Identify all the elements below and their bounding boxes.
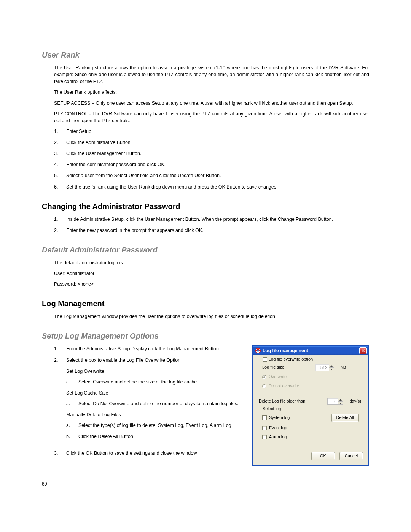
spin-down-icon[interactable] (338, 401, 343, 405)
list-item: 2.Enter the new password in the prompt t… (54, 227, 369, 234)
delete-older-label: Delete Log file older than (259, 398, 305, 404)
default-login-user: User: Administrator (54, 270, 369, 277)
list-item: 4.Enter the Administrator password and c… (54, 161, 369, 168)
dialog-titlebar[interactable]: Log file management ✕ (253, 346, 368, 355)
heading-log-management: Log Management (42, 298, 369, 309)
event-log-label: Event log (269, 425, 287, 431)
donot-overwrite-radio[interactable] (262, 384, 266, 388)
overwrite-option-checkbox[interactable] (263, 357, 267, 362)
list-item: 1.From the Administrative Setup Display … (54, 345, 245, 352)
days-spinner[interactable]: 0 (327, 398, 343, 405)
spin-up-icon[interactable] (338, 398, 343, 401)
days-value: 0 (328, 398, 338, 404)
heading-default-password: Default Administrator Password (42, 244, 369, 256)
label-set-overwrite: Set Log Overwrite (66, 368, 245, 375)
list-item: 2.Click the Administrative Button. (54, 139, 369, 146)
group-overwrite-label: Log file overwrite option (269, 356, 313, 363)
kb-label: KB (340, 364, 346, 371)
heading-setup-log: Setup Log Management Options (42, 331, 369, 342)
app-icon (255, 348, 261, 354)
spin-up-icon[interactable] (329, 364, 334, 367)
log-mgmt-desc: The Log Management window provides the u… (54, 313, 369, 320)
close-icon: ✕ (361, 348, 365, 354)
heading-user-rank: User Rank (42, 50, 369, 61)
log-file-management-dialog: Log file management ✕ Log file overwrite… (252, 345, 369, 466)
system-log-checkbox[interactable] (262, 415, 267, 420)
log-file-size-label: Log file size (262, 364, 284, 371)
log-file-size-value: 512 (315, 364, 329, 371)
days-label: day(s). (349, 398, 362, 404)
group-overwrite-option: Log file overwrite option Log file size … (258, 359, 363, 394)
log-file-size-spinner[interactable]: 512 (315, 364, 334, 371)
overwrite-label: Overwrite (269, 374, 287, 380)
system-log-label: System log (269, 415, 290, 421)
alarm-log-checkbox[interactable] (262, 435, 267, 439)
list-item: a.Select the type(s) of log file to dele… (66, 422, 245, 429)
label-set-cache: Set Log Cache Size (66, 390, 245, 396)
spin-down-icon[interactable] (329, 367, 334, 371)
label-manual-delete: Manually Delete Log Files (66, 411, 245, 418)
list-item: 5.Select a user from the Select User fie… (54, 172, 369, 179)
alarm-log-label: Alarm log (269, 434, 287, 440)
user-rank-p2: The User Rank option affects: (54, 89, 369, 96)
page-number: 60 (42, 481, 369, 487)
cancel-button[interactable]: Cancel (339, 452, 363, 460)
heading-change-password: Changing the Administrator Password (42, 201, 369, 212)
list-item: 3.Click the OK Button to save the settin… (54, 450, 245, 457)
donot-overwrite-label: Do not overwrite (269, 383, 299, 389)
list-item: 1.Inside Administrative Setup, click the… (54, 216, 369, 223)
user-rank-p3: SETUP ACCESS – Only one user can access … (54, 100, 369, 107)
group-select-log-label: Select log (263, 406, 281, 412)
close-button[interactable]: ✕ (359, 347, 367, 354)
list-item: b.Click the Delete All Button (66, 433, 245, 440)
user-rank-p4: PTZ CONTROL - The DVR Software can only … (54, 110, 369, 124)
default-login-intro: The default administrator login is: (54, 259, 369, 266)
group-select-log: Select log System log Delete All Event l… (258, 409, 363, 445)
list-item: a.Select Do Not Overwrite and define the… (66, 400, 245, 407)
list-item: a.Select Overwrite and define the size o… (66, 379, 245, 385)
event-log-checkbox[interactable] (262, 426, 267, 430)
delete-all-button[interactable]: Delete All (331, 414, 359, 422)
list-item: 1.Enter Setup. (54, 128, 369, 135)
ok-button[interactable]: OK (311, 452, 335, 460)
list-item: 3.Click the User Management Button. (54, 150, 369, 157)
dialog-title: Log file management (263, 348, 359, 354)
list-item: 6.Set the user's rank using the User Ran… (54, 184, 369, 190)
list-item: 2.Select the box to enable the Log File … (54, 357, 245, 364)
default-login-pass: Password: <none> (54, 281, 369, 288)
overwrite-radio[interactable] (262, 375, 266, 379)
user-rank-p1: The User Ranking structure allows the op… (54, 64, 369, 85)
